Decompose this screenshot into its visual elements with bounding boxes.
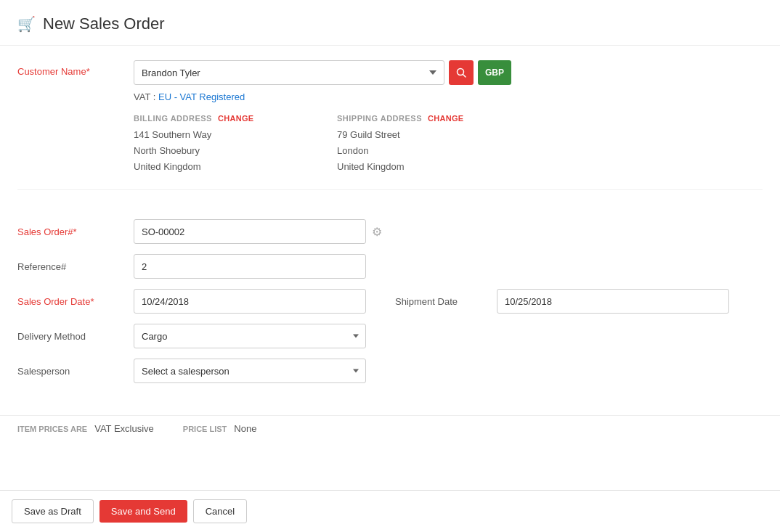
delivery-method-select[interactable]: Cargo Express Standard xyxy=(134,324,366,348)
shipment-date-input[interactable] xyxy=(497,289,729,314)
delivery-method-label: Delivery Method xyxy=(17,331,134,342)
item-prices-value: VAT Exclusive xyxy=(94,423,154,434)
vat-row: VAT : EU - VAT Registered xyxy=(134,91,763,102)
delivery-method-select-wrap: Cargo Express Standard xyxy=(134,324,366,348)
fields-section: Sales Order#* ⚙ Reference# Sales Order D… xyxy=(17,212,763,401)
salesperson-select-wrap: Select a salesperson xyxy=(134,359,366,383)
date-row: Sales Order Date* Shipment Date xyxy=(17,289,763,314)
svg-line-1 xyxy=(463,75,466,78)
billing-change-link[interactable]: CHANGE xyxy=(218,114,253,123)
customer-select-wrapper: Brandon Tyler GBP xyxy=(134,60,511,85)
cart-icon: 🛒 xyxy=(17,15,36,33)
customer-section: Customer Name* Brandon Tyler GBP VAT : E… xyxy=(17,60,763,190)
billing-address-block: BILLING ADDRESS CHANGE 141 Southern Way … xyxy=(134,114,279,175)
price-list-label: Price List xyxy=(183,425,227,433)
customer-name-select[interactable]: Brandon Tyler xyxy=(134,60,444,85)
billing-address-label: BILLING ADDRESS CHANGE xyxy=(134,114,279,123)
price-list-item: Price List None xyxy=(183,423,257,434)
customer-search-button[interactable] xyxy=(449,60,474,85)
item-prices-item: Item Prices Are VAT Exclusive xyxy=(17,423,154,434)
customer-name-row: Customer Name* Brandon Tyler GBP xyxy=(17,60,763,85)
page-header: 🛒 New Sales Order xyxy=(0,0,780,46)
item-prices-label: Item Prices Are xyxy=(17,425,87,433)
shipment-date-col: Shipment Date xyxy=(395,289,729,314)
form-body: Customer Name* Brandon Tyler GBP VAT : E… xyxy=(0,46,780,415)
sales-order-row: Sales Order#* ⚙ xyxy=(17,219,763,244)
salesperson-row: Salesperson Select a salesperson xyxy=(17,359,763,383)
vat-text: VAT : EU - VAT Registered xyxy=(134,91,245,102)
vat-link[interactable]: EU - VAT Registered xyxy=(158,91,245,102)
search-icon xyxy=(456,67,466,78)
sales-date-col: Sales Order Date* xyxy=(17,289,366,314)
address-section: BILLING ADDRESS CHANGE 141 Southern Way … xyxy=(134,114,763,175)
reference-input-wrap xyxy=(134,254,366,279)
bottom-partial: Item Prices Are VAT Exclusive Price List… xyxy=(0,415,780,441)
sales-order-label: Sales Order#* xyxy=(17,226,134,237)
salesperson-label: Salesperson xyxy=(17,366,134,377)
shipping-address-text: 79 Guild Street London United Kingdom xyxy=(337,127,482,175)
reference-row: Reference# xyxy=(17,254,763,279)
delivery-method-row: Delivery Method Cargo Express Standard xyxy=(17,324,763,348)
customer-name-label: Customer Name* xyxy=(17,60,134,77)
shipping-change-link[interactable]: CHANGE xyxy=(428,114,463,123)
shipping-address-block: SHIPPING ADDRESS CHANGE 79 Guild Street … xyxy=(337,114,482,175)
shipment-date-label: Shipment Date xyxy=(395,296,497,307)
sales-order-date-input[interactable] xyxy=(134,289,366,314)
reference-label: Reference# xyxy=(17,261,134,272)
salesperson-select[interactable]: Select a salesperson xyxy=(134,359,366,383)
shipping-address-label: SHIPPING ADDRESS CHANGE xyxy=(337,114,482,123)
page-title: New Sales Order xyxy=(43,15,165,33)
price-list-value: None xyxy=(234,423,256,434)
sales-order-input-wrap: ⚙ xyxy=(134,219,382,244)
currency-button[interactable]: GBP xyxy=(478,60,511,85)
billing-address-text: 141 Southern Way North Shoebury United K… xyxy=(134,127,279,175)
sales-order-date-label: Sales Order Date* xyxy=(17,296,134,307)
reference-input[interactable] xyxy=(134,254,366,279)
sales-order-input[interactable] xyxy=(134,219,366,244)
gear-icon[interactable]: ⚙ xyxy=(372,225,382,239)
